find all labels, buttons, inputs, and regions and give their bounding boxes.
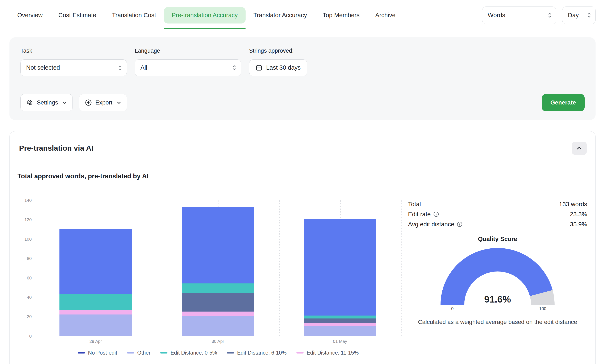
filter-actions-row: Settings Export Generate: [9, 85, 596, 120]
bar-segment: [59, 314, 132, 336]
y-tick-label: 140: [24, 197, 31, 204]
chevron-up-icon: [577, 147, 581, 150]
settings-button-label: Settings: [37, 99, 58, 106]
download-circle-icon: [85, 99, 92, 106]
period-select[interactable]: Day: [562, 7, 596, 24]
stat-label: Avg edit distance: [408, 221, 454, 228]
bar-segment: [182, 293, 254, 312]
gridline: [35, 200, 35, 336]
x-tick-label: 30 Apr: [212, 339, 224, 344]
x-tick-label: 01 May: [333, 339, 347, 344]
gear-icon: [27, 99, 33, 106]
language-label: Language: [135, 47, 241, 54]
tab-translation-cost[interactable]: Translation Cost: [104, 7, 164, 24]
top-nav: Overview Cost Estimate Translation Cost …: [0, 0, 605, 31]
stat-label: Total: [408, 201, 421, 208]
y-tick-label: 80: [27, 255, 32, 262]
chevron-down-icon: [63, 102, 67, 104]
tab-overview[interactable]: Overview: [9, 7, 51, 24]
info-icon[interactable]: [433, 211, 439, 217]
legend-label: No Post-edit: [88, 350, 117, 356]
bar-30-apr[interactable]: [182, 207, 254, 336]
gridline: [157, 200, 157, 336]
nav-selects: Words Day: [482, 7, 596, 24]
language-select-value: All: [140, 64, 147, 71]
bar-segment: [59, 229, 132, 294]
chevrons-updown-icon: [548, 12, 552, 18]
bar-segment: [304, 315, 376, 318]
stat-row-total: Total 133 words: [408, 201, 587, 208]
period-select-value: Day: [568, 12, 579, 19]
report-title: Pre-translation via AI: [19, 144, 94, 153]
settings-button[interactable]: Settings: [20, 94, 73, 111]
legend-marker: [78, 352, 85, 353]
stat-label: Edit rate: [408, 211, 431, 218]
bar-segment: [304, 219, 376, 315]
tab-pre-translation-accuracy[interactable]: Pre-translation Accuracy: [164, 7, 246, 24]
legend-item[interactable]: No Post-edit: [78, 350, 117, 356]
y-tick-label: 120: [24, 217, 31, 223]
bar-29-apr[interactable]: [59, 229, 132, 336]
legend-label: Edit Distance: 11-15%: [307, 350, 359, 356]
chart-legend: No Post-editOtherEdit Distance: 0-5%Edit…: [35, 350, 402, 356]
quality-gauge-scale: 0 100: [440, 306, 554, 312]
collapse-button[interactable]: [572, 142, 587, 155]
x-axis: 29 Apr30 Apr01 May: [35, 339, 402, 344]
gridline: [401, 200, 402, 336]
reports-page: Overview Cost Estimate Translation Cost …: [0, 0, 605, 364]
stacked-bar-chart: [35, 200, 402, 336]
legend-marker: [227, 352, 234, 353]
bar-segment: [59, 294, 132, 310]
report-body: Total approved words, pre-translated by …: [10, 165, 595, 364]
chevrons-updown-icon: [232, 65, 236, 71]
bar-segment: [304, 323, 376, 326]
legend-item[interactable]: Edit Distance: 0-5%: [160, 350, 217, 356]
calendar-icon: [256, 65, 262, 71]
bar-segment: [59, 310, 132, 314]
tab-cost-estimate[interactable]: Cost Estimate: [50, 7, 104, 24]
task-label: Task: [20, 47, 127, 54]
stat-value: 133 words: [559, 201, 587, 208]
language-select[interactable]: All: [135, 59, 241, 76]
legend-label: Edit Distance: 0-5%: [171, 350, 217, 356]
generate-button[interactable]: Generate: [542, 94, 585, 111]
stat-row-avg-edit-distance: Avg edit distance 35.9%: [408, 221, 587, 228]
bar-01-may[interactable]: [304, 219, 376, 336]
tab-top-members[interactable]: Top Members: [315, 7, 367, 24]
info-icon[interactable]: [457, 221, 462, 227]
language-field: Language All: [135, 47, 241, 76]
stat-value: 23.3%: [570, 211, 587, 218]
legend-item[interactable]: Edit Distance: 6-10%: [227, 350, 287, 356]
x-tick-label: 29 Apr: [89, 339, 102, 344]
legend-item[interactable]: Other: [127, 350, 151, 356]
task-select-value: Not selected: [26, 64, 60, 71]
y-tick-label: 60: [27, 275, 32, 281]
task-select[interactable]: Not selected: [20, 59, 127, 76]
stat-row-edit-rate: Edit rate 23.3%: [408, 211, 587, 218]
legend-label: Edit Distance: 6-10%: [237, 350, 287, 356]
y-tick-label: 20: [27, 313, 32, 320]
export-button-label: Export: [95, 99, 112, 106]
stats-panel: Total 133 words Edit rate 23.3% Avg edit…: [408, 201, 587, 325]
quality-score-title: Quality Score: [408, 236, 587, 243]
legend-item[interactable]: Edit Distance: 11-15%: [296, 350, 358, 356]
date-range-button[interactable]: Last 30 days: [249, 59, 307, 76]
tab-archive[interactable]: Archive: [367, 7, 403, 24]
unit-select-value: Words: [488, 12, 505, 19]
stat-value: 35.9%: [570, 221, 587, 228]
export-button[interactable]: Export: [79, 94, 127, 111]
chevron-down-icon: [117, 102, 121, 104]
gridline: [279, 200, 280, 336]
unit-select[interactable]: Words: [482, 7, 556, 24]
legend-marker: [296, 352, 303, 353]
gauge-min-label: 0: [451, 306, 454, 311]
quality-score-value: 91.6%: [440, 294, 554, 305]
bar-segment: [304, 318, 376, 323]
bar-segment: [182, 207, 254, 284]
filter-row: Task Not selected Language All Strings a…: [9, 37, 596, 85]
y-tick-label: 100: [24, 236, 31, 242]
chevrons-updown-icon: [118, 65, 122, 71]
chart-section-title: Total approved words, pre-translated by …: [17, 172, 149, 180]
y-tick-label: 40: [27, 294, 32, 300]
tab-translator-accuracy[interactable]: Translator Accuracy: [246, 7, 315, 24]
